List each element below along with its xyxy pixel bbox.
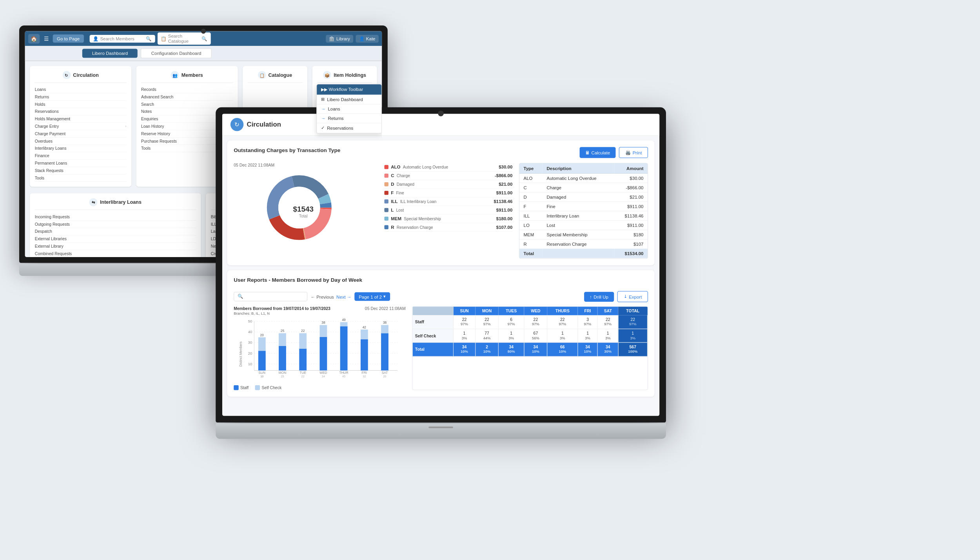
legend-r: R Reservation Charge $107.00 — [384, 223, 512, 232]
bar-chart-date: 05 Dec 2022 11:08AM — [365, 306, 406, 314]
menu-item-search[interactable]: Search — [141, 101, 233, 108]
export-button[interactable]: ⤓ Export — [617, 291, 648, 302]
members-title: 👥 Members — [141, 71, 233, 82]
self-color — [255, 385, 260, 390]
col-amount: Amount — [614, 163, 648, 173]
charges-title: Outstanding Charges by Transaction Type — [234, 147, 340, 153]
svg-text:34: 34 — [322, 375, 325, 378]
export-icon: ⤓ — [623, 294, 627, 299]
menu-item-external-libs[interactable]: External Libraries — [34, 235, 196, 243]
bar-sun-staff — [258, 351, 266, 370]
library-icon: 🏛️ — [329, 36, 335, 41]
menu-item-permanent-loans[interactable]: Permanent Loans — [34, 159, 126, 167]
menu-item-combined[interactable]: Combined Requests — [34, 250, 196, 257]
menu-item-outgoing[interactable]: Outgoing Requests — [34, 221, 196, 228]
bar-wed-staff — [319, 337, 327, 370]
table-row: LOLost$911.00 — [519, 220, 648, 230]
alo-color — [384, 165, 388, 169]
svg-text:38: 38 — [383, 321, 387, 324]
legend-mem: MEM Special Membership $180.00 — [384, 214, 512, 223]
reports-right-toolbar: ↑ Drill Up ⤓ Export — [584, 291, 648, 302]
workflow-returns-label: Returns — [328, 116, 343, 121]
search-members-box[interactable]: 👤 Search Members 🔍 — [89, 34, 155, 42]
previous-button[interactable]: ← Previous — [310, 294, 334, 299]
circulation-label: Circulation — [73, 72, 98, 78]
col-thurs: THURS — [547, 306, 578, 315]
staff-legend-label: Staff — [240, 385, 249, 390]
front-laptop: ↻ Circulation Outstanding Charges by Tra… — [216, 107, 666, 442]
menu-item-holds[interactable]: Holds — [34, 101, 126, 108]
workflow-item-reservations[interactable]: ✓ Reservations — [317, 123, 381, 133]
menu-item-despatch[interactable]: Despatch — [34, 228, 196, 235]
l-color — [384, 208, 388, 212]
self-legend-label: Self Check — [261, 385, 281, 390]
svg-text:20: 20 — [260, 333, 264, 337]
legend-l: L Lost $911.00 — [384, 206, 512, 214]
menu-item-tools-circ[interactable]: Tools — [34, 174, 126, 182]
workflow-item-loans[interactable]: → Loans — [317, 104, 381, 114]
menu-item-external-lib[interactable]: External Library — [34, 243, 196, 250]
reports-search-input[interactable]: 🔍 — [234, 292, 307, 301]
workflow-item-dashboard[interactable]: ⊞ Libero Dashboard — [317, 94, 381, 104]
legend-alo: ALO Automatic Long Overdue $30.00 — [384, 163, 512, 171]
catalogue-label: Catalogue — [268, 72, 292, 78]
search-icon: 👤 — [93, 36, 98, 41]
menu-icon[interactable]: ☰ — [42, 34, 50, 42]
svg-text:22: 22 — [301, 375, 304, 378]
menu-item-holds-management[interactable]: Holds Management — [34, 115, 126, 123]
svg-text:20: 20 — [383, 375, 386, 378]
scene: 🏠 ☰ Go to Page 👤 Search Members 🔍 📋 Sear… — [19, 25, 901, 558]
calculate-icon: 🖩 — [585, 150, 589, 155]
svg-text:25: 25 — [281, 329, 285, 333]
calculate-button[interactable]: 🖩 Calculate — [579, 147, 616, 158]
menu-item-records[interactable]: Records — [141, 86, 233, 93]
c-color — [384, 174, 388, 178]
bar-chart: 50 40 30 20 10 Distinct Members — [234, 317, 406, 382]
reports-header: User Reports - Members Borrowed by Day o… — [234, 277, 648, 288]
circulation-card: ↻ Circulation Loans Returns Holds Reserv… — [30, 66, 131, 187]
charges-body: 05 Dec 2022 11:08AM — [234, 163, 648, 258]
next-button[interactable]: Next → — [336, 294, 351, 299]
menu-item-reservations[interactable]: Reservations — [34, 108, 126, 115]
circ-title: Circulation — [247, 121, 281, 128]
bar-chart-title: Members Borrowed from 19/07/2014 to 19/0… — [234, 306, 330, 310]
user-icon: 👤 — [359, 36, 365, 41]
svg-text:30: 30 — [248, 340, 252, 344]
ill-label: Interlibrary Loans — [100, 199, 142, 205]
search-catalogue-box[interactable]: 📋 Search Catalogue 🔍 — [157, 32, 211, 44]
menu-item-returns[interactable]: Returns — [34, 93, 126, 101]
go-to-page-button[interactable]: Go to Page — [53, 34, 83, 42]
svg-text:45: 45 — [342, 375, 345, 378]
col-wed: WED — [524, 306, 547, 315]
library-button[interactable]: 🏛️ Library — [326, 34, 354, 42]
menu-item-charge-payment[interactable]: Charge Payment — [34, 130, 126, 138]
print-button[interactable]: 🖨️ Print — [619, 147, 648, 158]
legend-c: C Charge -$866.00 — [384, 171, 512, 180]
chart-date: 05 Dec 2022 11:08AM — [234, 163, 373, 167]
menu-item-charge-entry[interactable]: Charge Entry› — [34, 123, 126, 130]
home-icon[interactable]: 🏠 — [28, 34, 40, 43]
workflow-item-returns[interactable]: → Returns — [317, 114, 381, 123]
menu-item-incoming[interactable]: Incoming Requests — [34, 213, 196, 221]
export-label: Export — [629, 294, 642, 299]
page-indicator: Page 1 of 2 ▾ — [354, 292, 390, 301]
tab-libero-dashboard[interactable]: Libero Dashboard — [82, 49, 138, 58]
menu-item-loans[interactable]: Loans — [34, 86, 126, 93]
workflow-reservations-label: Reservations — [327, 125, 353, 130]
drill-up-button[interactable]: ↑ Drill Up — [584, 292, 614, 301]
tab-configuration-dashboard[interactable]: Configuration Dashboard — [141, 48, 211, 58]
table-row: ALOAutomatic Long Overdue$30.00 — [519, 173, 648, 183]
menu-item-overdues[interactable]: Overdues — [34, 138, 126, 145]
menu-item-stack-requests[interactable]: Stack Requests — [34, 167, 126, 174]
user-button[interactable]: 👤 Kate — [356, 34, 378, 42]
circulation-title: ↻ Circulation — [34, 71, 126, 82]
menu-item-finance[interactable]: Finance — [34, 152, 126, 159]
nav-buttons: ← Previous Next → — [310, 294, 351, 299]
col-fri: FRI — [577, 306, 597, 315]
bar-thurs-self — [340, 322, 347, 326]
menu-item-interlibrary[interactable]: Interlibrary Loans — [34, 145, 126, 152]
page-label: Page 1 of 2 — [359, 294, 382, 299]
ill-color — [384, 199, 388, 203]
menu-item-advanced-search[interactable]: Advanced Search — [141, 93, 233, 101]
reports-body: Members Borrowed from 19/07/2014 to 19/0… — [234, 306, 648, 390]
